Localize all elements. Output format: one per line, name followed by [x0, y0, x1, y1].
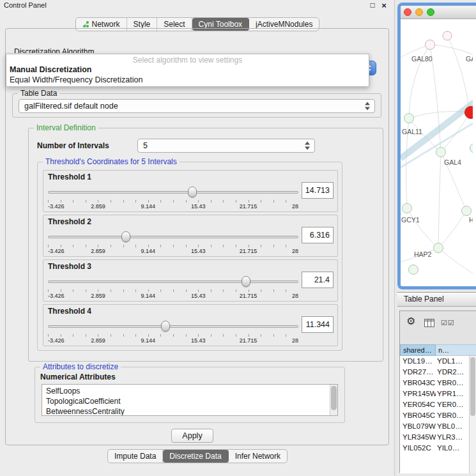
- numerical-attributes-list[interactable]: SelfLoops TopologicalCoefficient Between…: [42, 384, 338, 416]
- threshold-2-value-field[interactable]: 6.316: [302, 227, 334, 243]
- tab-impute-data[interactable]: Impute Data: [108, 450, 163, 463]
- table-row[interactable]: YBR043CYBR0…: [400, 378, 476, 388]
- table-row[interactable]: YDR27…YDR2…: [400, 367, 476, 378]
- network-canvas[interactable]: GAL80 GA GAL11 GAL4 GCY1 HAP2 H: [401, 19, 476, 286]
- bottom-tab-group: Impute Data Discretize Data Infer Networ…: [107, 449, 288, 463]
- network-node[interactable]: [443, 31, 452, 40]
- slider-ticks: [48, 289, 298, 292]
- cell: YPR145W: [400, 388, 436, 399]
- slider-thumb[interactable]: [242, 276, 250, 287]
- close-icon[interactable]: ×: [380, 1, 388, 10]
- slider-track: [48, 325, 298, 328]
- algorithm-placeholder: Select algorithm to view settings: [6, 56, 369, 65]
- slider-track: [48, 191, 298, 194]
- network-node[interactable]: [409, 265, 418, 275]
- tab-infer-network[interactable]: Infer Network: [229, 450, 287, 463]
- list-item[interactable]: TopologicalCoefficient: [42, 396, 337, 406]
- threshold-4-slider[interactable]: -3.426 2.859 9.144 15.43 21.715 28: [48, 320, 298, 344]
- network-node[interactable]: [403, 204, 412, 213]
- network-node[interactable]: [426, 40, 435, 50]
- tab-jactivemnodules-label: jActiveMNodules: [256, 20, 312, 29]
- tab-infer-network-label: Infer Network: [235, 452, 280, 461]
- table-row[interactable]: YLR345WYLR3…: [400, 432, 476, 443]
- table-row[interactable]: YIL052CYIL0…: [400, 443, 476, 454]
- table-row[interactable]: YER054CYER0…: [400, 399, 476, 410]
- attributes-group-label: Attributes to discretize: [40, 362, 121, 371]
- network-graph: GAL80 GA GAL11 GAL4 GCY1 HAP2 H: [401, 19, 473, 286]
- tab-impute-data-label: Impute Data: [114, 452, 156, 461]
- interval-definition-label: Interval Definition: [34, 123, 98, 132]
- minimize-traffic-light-icon[interactable]: [415, 8, 423, 16]
- threshold-1-value-field[interactable]: 14.713: [302, 182, 334, 199]
- cell: YLR345W: [400, 432, 436, 443]
- slider-thumb[interactable]: [121, 231, 130, 242]
- table-data-value: galFiltered.sif default node: [24, 100, 118, 112]
- tab-discretize-data-label: Discretize Data: [169, 452, 221, 461]
- slider-ticks: [48, 200, 298, 203]
- float-window-icon[interactable]: □: [368, 1, 377, 10]
- column-header-name[interactable]: n…: [436, 344, 476, 356]
- stepper-icon: [305, 142, 310, 150]
- table-row[interactable]: YBR045CYBR0…: [400, 410, 476, 421]
- list-item[interactable]: SelfLoops: [42, 386, 337, 396]
- table-scrollbar[interactable]: [469, 356, 476, 473]
- gear-icon[interactable]: ⚙: [406, 316, 415, 326]
- threshold-2-slider[interactable]: -3.426 2.859 9.144 15.43 21.715 28: [48, 231, 298, 255]
- scrollbar-thumb[interactable]: [470, 357, 475, 416]
- attributes-scrollbar[interactable]: [330, 385, 337, 415]
- table-panel-header: Table Panel: [397, 292, 476, 307]
- list-item[interactable]: BetweennessCentrality: [42, 406, 337, 416]
- threshold-4-panel: Threshold 4 -3.426 2.859 9.144 15.43 21.…: [43, 304, 338, 346]
- network-window-titlebar[interactable]: [401, 6, 476, 19]
- slider-scale: -3.426 2.859 9.144 15.43 21.715 28: [48, 293, 298, 299]
- scale-tick-label: 9.144: [141, 293, 156, 299]
- threshold-1-slider[interactable]: -3.426 2.859 9.144 15.43 21.715 28: [48, 186, 298, 210]
- thresholds-group-label: Threshold's Coordinates for 5 Intervals: [43, 157, 180, 166]
- scale-tick-label: -3.426: [48, 293, 65, 299]
- interval-definition-group: Interval Definition Number of Intervals …: [28, 128, 383, 362]
- table-row[interactable]: YDL19…YDL1…: [400, 356, 476, 367]
- threshold-2-label: Threshold 2: [48, 217, 91, 226]
- columns-icon[interactable]: [424, 319, 434, 327]
- table-data-combobox[interactable]: galFiltered.sif default node: [19, 99, 375, 113]
- discretization-algorithm-label: Discretization Algorithm: [14, 47, 167, 53]
- cell: YBR045C: [400, 410, 436, 421]
- scale-tick-label: 28: [292, 248, 298, 254]
- tab-select-label: Select: [164, 20, 185, 29]
- column-header-shared-name[interactable]: shared…: [400, 344, 436, 356]
- close-traffic-light-icon[interactable]: [404, 8, 411, 16]
- select-columns-checkboxes-icon[interactable]: ☑☑: [441, 319, 455, 327]
- scale-tick-label: 2.859: [91, 203, 105, 210]
- network-node[interactable]: [434, 243, 443, 253]
- threshold-2-panel: Threshold 2 -3.426 2.859 9.144 15.43 21.…: [43, 215, 338, 257]
- number-of-intervals-combobox[interactable]: 5: [137, 139, 315, 153]
- threshold-3-value-field[interactable]: 21.4: [302, 272, 334, 288]
- threshold-3-slider[interactable]: -3.426 2.859 9.144 15.43 21.715 28: [48, 275, 298, 300]
- slider-track: [48, 236, 298, 238]
- apply-button[interactable]: Apply: [171, 429, 213, 443]
- scrollbar-thumb[interactable]: [331, 386, 337, 410]
- table-row[interactable]: YPR145WYPR1…: [400, 388, 476, 399]
- stepper-icon: [365, 102, 370, 111]
- algorithm-option-equal-width[interactable]: Equal Width/Frequency Discretization: [10, 75, 142, 84]
- slider-thumb[interactable]: [188, 187, 197, 197]
- network-node[interactable]: [436, 148, 446, 157]
- slider-thumb[interactable]: [161, 321, 170, 332]
- scale-tick-label: 2.859: [91, 337, 105, 344]
- network-node[interactable]: [470, 144, 473, 153]
- cell: YBR043C: [400, 378, 436, 388]
- table-row[interactable]: YBL079WYBL0…: [400, 421, 476, 432]
- slider-scale: -3.426 2.859 9.144 15.43 21.715 28: [48, 203, 298, 210]
- scale-tick-label: -3.426: [48, 203, 65, 210]
- scale-tick-label: 21.715: [240, 203, 257, 210]
- threshold-4-value-field[interactable]: 11.344: [302, 316, 334, 333]
- tab-discretize-data[interactable]: Discretize Data: [163, 450, 228, 463]
- bottom-tab-bar: Impute Data Discretize Data Infer Networ…: [0, 449, 395, 463]
- network-node[interactable]: [404, 114, 414, 123]
- network-node[interactable]: [462, 206, 472, 216]
- zoom-traffic-light-icon[interactable]: [427, 8, 434, 16]
- table-rows: YDL19…YDL1… YDR27…YDR2… YBR043CYBR0… YPR…: [400, 356, 476, 473]
- node-label: GCY1: [401, 216, 420, 224]
- algorithm-option-manual[interactable]: Manual Discretization: [10, 65, 92, 74]
- node-label: GA: [466, 55, 473, 63]
